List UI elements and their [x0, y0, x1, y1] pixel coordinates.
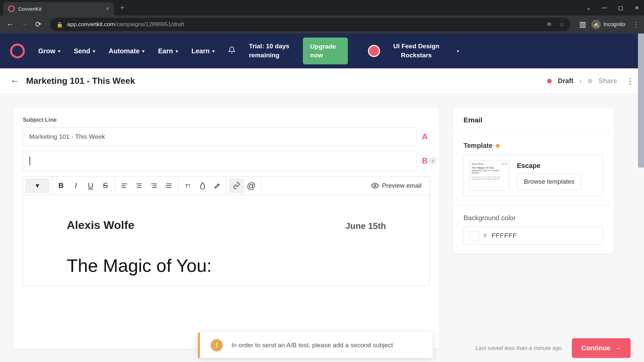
- chevron-down-icon[interactable]: ▾: [457, 49, 459, 54]
- toast-message: In order to send an A/B test, please add…: [231, 342, 393, 349]
- email-headline: The Magic of You:: [67, 255, 386, 276]
- hash-symbol: #: [483, 232, 487, 239]
- background-color-label: Background color: [464, 214, 603, 222]
- nav-send[interactable]: Send▾: [74, 47, 95, 55]
- minimize-icon[interactable]: —: [600, 5, 608, 11]
- subject-row-a: Marketing 101 - This Week A: [23, 127, 430, 146]
- italic-button[interactable]: I: [68, 178, 83, 193]
- trial-status: Trial: 10 days remaining: [249, 42, 289, 60]
- nav-learn[interactable]: Learn▾: [192, 47, 215, 55]
- warning-toast: ! In order to send an A/B test, please a…: [198, 333, 433, 358]
- content-area: Subject Line Marketing 101 - This Week A…: [0, 94, 644, 362]
- extensions-icon[interactable]: ▥: [577, 20, 588, 29]
- reload-button[interactable]: ⟳: [33, 20, 44, 29]
- color-value: FFFFFF: [492, 232, 517, 239]
- align-center-button[interactable]: [132, 178, 147, 193]
- back-button[interactable]: ←: [5, 20, 15, 29]
- page-title: Marketing 101 - This Week: [26, 76, 135, 86]
- status-share[interactable]: Share: [598, 77, 617, 85]
- chevron-down-icon: ▾: [212, 49, 215, 54]
- browser-chrome: ConvertKit × + ⌄ — ▢ ✕ ← → ⟳ 🔒 app.conve…: [0, 0, 644, 34]
- subject-input-b[interactable]: [23, 151, 417, 171]
- email-sender-name: Alexis Wolfe: [67, 219, 135, 232]
- address-bar[interactable]: 🔒 app.convertkit.com/campaigns/12896951/…: [50, 18, 571, 31]
- upgrade-button[interactable]: Upgrade now: [303, 38, 348, 64]
- address-bar-row: ← → ⟳ 🔒 app.convertkit.com/campaigns/128…: [0, 15, 644, 34]
- notifications-bell-icon[interactable]: [228, 46, 235, 56]
- template-card: Alexis WolfeJun 15 The Magic of You: Mar…: [464, 155, 603, 196]
- align-left-button[interactable]: [117, 178, 132, 193]
- strikethrough-button[interactable]: S: [98, 178, 113, 193]
- tab-title: ConvertKit: [18, 6, 102, 12]
- remove-variant-icon[interactable]: ✕: [429, 157, 437, 165]
- browser-menu-icon[interactable]: ⋮: [633, 20, 639, 28]
- template-thumbnail[interactable]: Alexis WolfeJun 15 The Magic of You: Mar…: [469, 161, 509, 191]
- subject-input-a[interactable]: Marketing 101 - This Week: [23, 127, 417, 146]
- nav-grow[interactable]: Grow▾: [38, 47, 60, 55]
- nav-automate[interactable]: Automate▾: [109, 47, 145, 55]
- chevron-down-icon: ▾: [176, 49, 178, 54]
- sidebar-panel: Email Template Alexis WolfeJun 15 The Ma…: [453, 107, 614, 253]
- arrow-right-icon: →: [614, 344, 621, 352]
- text-size-button[interactable]: тT: [180, 178, 195, 193]
- color-swatch: [469, 231, 479, 240]
- status-group: Draft › Share ⋮: [547, 76, 634, 86]
- chevron-right-icon: ›: [580, 77, 582, 85]
- formatting-toolbar: ▾ B I U S тT @: [23, 176, 430, 195]
- favicon-icon: [8, 5, 15, 12]
- app-logo-icon[interactable]: [10, 44, 25, 58]
- link-button[interactable]: [229, 178, 244, 193]
- chevron-down-icon: ▾: [58, 49, 60, 54]
- tabs-dropdown-icon[interactable]: ⌄: [584, 5, 592, 11]
- text-color-button[interactable]: [195, 178, 210, 193]
- footer-bar: Last saved less than a minute ago Contin…: [475, 338, 631, 358]
- bookmark-star-icon[interactable]: ☆: [559, 21, 565, 28]
- new-tab-button[interactable]: +: [120, 3, 124, 12]
- eye-off-icon[interactable]: 👁: [546, 21, 552, 28]
- browse-templates-button[interactable]: Browse templates: [517, 174, 582, 190]
- incognito-badge[interactable]: 🕵 Incognito: [591, 20, 625, 29]
- app-header: Grow▾ Send▾ Automate▾ Earn▾ Learn▾ Trial…: [0, 34, 644, 68]
- scrollbar[interactable]: [638, 34, 644, 168]
- background-color-input[interactable]: # FFFFFF: [464, 227, 603, 245]
- chevron-down-icon: ▾: [93, 49, 95, 54]
- paragraph-style-dropdown[interactable]: ▾: [25, 178, 49, 193]
- account-menu[interactable]: UI Feed Design Rockstars: [393, 42, 439, 60]
- mention-button[interactable]: @: [244, 178, 259, 193]
- preview-email-button[interactable]: Preview email: [363, 182, 430, 189]
- subject-line-label: Subject Line: [23, 117, 430, 123]
- email-preview-body[interactable]: Alexis Wolfe June 15th The Magic of You:: [23, 195, 430, 286]
- underline-button[interactable]: U: [83, 178, 98, 193]
- align-justify-button[interactable]: [161, 178, 176, 193]
- nav-earn[interactable]: Earn▾: [158, 47, 178, 55]
- chevron-down-icon: ▾: [142, 49, 145, 54]
- user-avatar-icon[interactable]: [368, 45, 380, 57]
- lock-icon: 🔒: [56, 21, 63, 28]
- continue-button[interactable]: Continue →: [572, 338, 631, 358]
- warning-icon: !: [211, 339, 223, 351]
- status-dot-share-icon: [588, 79, 592, 83]
- window-controls: ⌄ — ▢ ✕: [584, 0, 641, 15]
- page-header: ← Marketing 101 - This Week Draft › Shar…: [0, 68, 644, 94]
- url-text: app.convertkit.com/campaigns/12896951/dr…: [67, 21, 184, 28]
- forward-button[interactable]: →: [19, 20, 30, 29]
- chevron-down-icon: ▾: [36, 181, 39, 190]
- back-arrow-button[interactable]: ←: [10, 76, 19, 86]
- highlight-button[interactable]: [210, 178, 225, 193]
- template-label: Template: [464, 142, 603, 149]
- maximize-icon[interactable]: ▢: [616, 5, 625, 11]
- close-window-icon[interactable]: ✕: [633, 5, 641, 11]
- status-dot-draft-icon: [547, 79, 552, 83]
- template-name: Escape: [517, 162, 582, 170]
- tab-bar: ConvertKit × + ⌄ — ▢ ✕: [0, 0, 644, 15]
- close-tab-icon[interactable]: ×: [106, 5, 109, 12]
- align-right-button[interactable]: [147, 178, 161, 193]
- subject-row-b: B ✕: [23, 151, 430, 171]
- more-options-icon[interactable]: ⋮: [626, 76, 634, 86]
- svg-point-12: [374, 185, 376, 187]
- eye-icon: [371, 182, 379, 189]
- bold-button[interactable]: B: [54, 178, 68, 193]
- browser-tab[interactable]: ConvertKit ×: [3, 2, 114, 15]
- email-date: June 15th: [345, 221, 386, 231]
- status-draft[interactable]: Draft: [558, 77, 574, 85]
